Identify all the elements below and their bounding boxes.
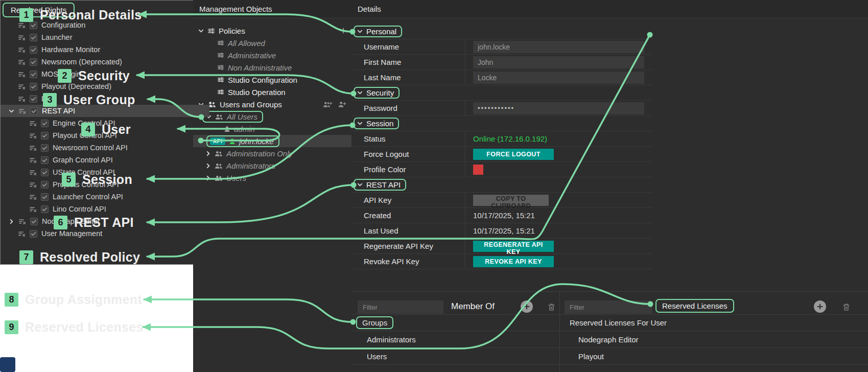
reserved-license-row-playout[interactable]: Playout (560, 348, 868, 365)
check-icon (31, 108, 37, 114)
tree-item-administrative[interactable]: Administrative (193, 49, 351, 61)
check-icon (42, 206, 48, 212)
section-security[interactable]: Security (351, 85, 652, 101)
right-item-launcher[interactable]: Launcher (1, 31, 209, 43)
person-online-icon (229, 138, 236, 145)
right-checkbox[interactable] (30, 218, 38, 225)
right-checkbox[interactable] (41, 205, 49, 213)
right-checkbox[interactable] (30, 230, 37, 238)
profile-color-swatch[interactable] (473, 165, 483, 175)
right-checkbox[interactable] (41, 193, 49, 201)
section-rest-api[interactable]: REST API (351, 177, 652, 193)
right-checkbox[interactable] (41, 144, 49, 152)
chevron-right-icon[interactable] (9, 219, 14, 224)
rest-api-section-callout: REST API (354, 179, 406, 191)
annotation-label: Personal Details (40, 8, 142, 22)
right-item-newsroom-control-api[interactable]: Newsroom Control API (1, 142, 209, 154)
force-logout-button[interactable]: FORCE LOGOUT (473, 149, 554, 160)
copy-to-clipboard-button[interactable]: COPY TO CLIPBOARD (473, 195, 549, 206)
right-checkbox[interactable] (41, 132, 49, 140)
remove-membership-button[interactable] (548, 303, 555, 313)
chevron-down-icon[interactable] (357, 121, 363, 126)
tree-item-policies[interactable]: Policies (193, 25, 351, 37)
tree-item-users-and-groups[interactable]: Users and Groups (193, 98, 351, 110)
tree-item-users[interactable]: Users (193, 172, 351, 184)
add-membership-button[interactable] (521, 300, 533, 313)
right-item-hardware-monitor[interactable]: Hardware Monitor (1, 43, 209, 56)
right-checkbox[interactable] (30, 107, 38, 115)
right-checkbox[interactable] (41, 156, 49, 164)
check-icon (42, 182, 48, 188)
tree-item-label: Users (226, 174, 246, 182)
tree-item-admin[interactable]: admin (193, 123, 351, 135)
right-checkbox[interactable] (41, 120, 49, 127)
tree-item-administration-only[interactable]: Administration Only (193, 147, 351, 159)
john-locke-callout: API john.locke (206, 135, 279, 147)
username-field[interactable] (473, 41, 644, 53)
management-objects-tree: Policies All Allowed Administrative Non … (193, 18, 351, 184)
member-group-row-administrators[interactable]: Administrators (351, 331, 559, 348)
chevron-down-icon[interactable] (357, 29, 363, 34)
groups-header-row: Groups (351, 314, 559, 331)
right-checkbox[interactable] (30, 71, 37, 78)
annotation-number-badge: 4 (81, 123, 95, 136)
annotation-label: Security (78, 68, 130, 83)
add-user-icon[interactable] (338, 101, 346, 108)
tree-item-john-locke[interactable]: API john.locke (193, 135, 351, 147)
password-field[interactable] (473, 102, 644, 114)
tree-item-studio-configuration[interactable]: Studio Configuration (193, 74, 351, 86)
right-checkbox[interactable] (41, 181, 49, 189)
check-icon (31, 72, 36, 77)
last-name-field[interactable] (473, 72, 644, 84)
rights-icon (29, 132, 37, 139)
remove-reserved-license-button[interactable] (842, 303, 850, 313)
right-checkbox[interactable] (30, 34, 37, 41)
add-group-icon[interactable] (323, 101, 333, 108)
details-form: Personal Username First Name Last Name S… (351, 24, 652, 269)
right-label: Launcher Control API (53, 193, 123, 201)
right-item-newsroom-deprecated[interactable]: Newsroom (Deprecated) (1, 56, 209, 68)
member-of-filter-input[interactable] (358, 300, 443, 314)
right-checkbox[interactable] (30, 83, 37, 90)
member-group-row-users[interactable]: Users (351, 348, 559, 365)
right-checkbox[interactable] (41, 169, 49, 176)
tree-item-studio-operation[interactable]: Studio Operation (193, 86, 351, 98)
add-reserved-license-button[interactable] (814, 300, 826, 313)
right-item-graph-control-api[interactable]: Graph Control API (1, 154, 209, 166)
revoke-api-key-button[interactable]: REVOKE API KEY (473, 256, 554, 267)
first-name-field[interactable] (473, 56, 644, 68)
right-checkbox[interactable] (30, 95, 37, 103)
right-checkbox[interactable] (30, 46, 37, 54)
tree-item-non-administrative[interactable]: Non Administrative (193, 61, 351, 74)
member-group-label: Users (367, 352, 387, 361)
annotation-7: 7 Resolved Policy (19, 250, 140, 265)
check-icon (42, 194, 48, 200)
rights-icon (18, 22, 26, 29)
last-used-row: Last Used 10/17/2025, 15:21 (351, 223, 652, 239)
rights-icon (29, 181, 37, 188)
section-session[interactable]: Session (351, 116, 652, 131)
tree-item-all-allowed[interactable]: All Allowed (193, 37, 351, 49)
add-policy-icon[interactable] (340, 28, 346, 34)
created-row: Created 10/17/2025, 15:21 (351, 208, 652, 223)
right-item-lino-control-api[interactable]: Lino Control API (1, 203, 209, 215)
chevron-down-icon[interactable] (357, 90, 363, 96)
section-personal[interactable]: Personal (351, 24, 652, 39)
tree-item-label: Studio Configuration (228, 76, 297, 84)
right-checkbox[interactable] (30, 58, 37, 66)
annotation-number-badge: 7 (19, 250, 33, 264)
revoke-api-key-row: Revoke API Key REVOKE API KEY (351, 254, 652, 269)
tree-item-administrators[interactable]: Administrators (193, 159, 351, 172)
chevron-down-icon[interactable] (357, 182, 363, 188)
reserved-licenses-filter-input[interactable] (565, 300, 652, 314)
reserved-licenses-callout: Reserved Licenses (655, 299, 734, 313)
policy-sliders-icon (217, 88, 224, 96)
reserved-license-row-nodegraph[interactable]: Nodegraph Editor (560, 331, 868, 348)
tree-item-all-users[interactable]: All Users (193, 110, 351, 123)
annotation-label: Group Assignment (25, 292, 142, 307)
regenerate-api-key-button[interactable]: REGENERATE API KEY (473, 241, 554, 252)
right-item-launcher-control-api[interactable]: Launcher Control API (1, 191, 209, 203)
annotation-2: 2 Security (58, 68, 130, 83)
chevron-down-icon[interactable] (9, 108, 14, 114)
check-icon (31, 35, 36, 40)
